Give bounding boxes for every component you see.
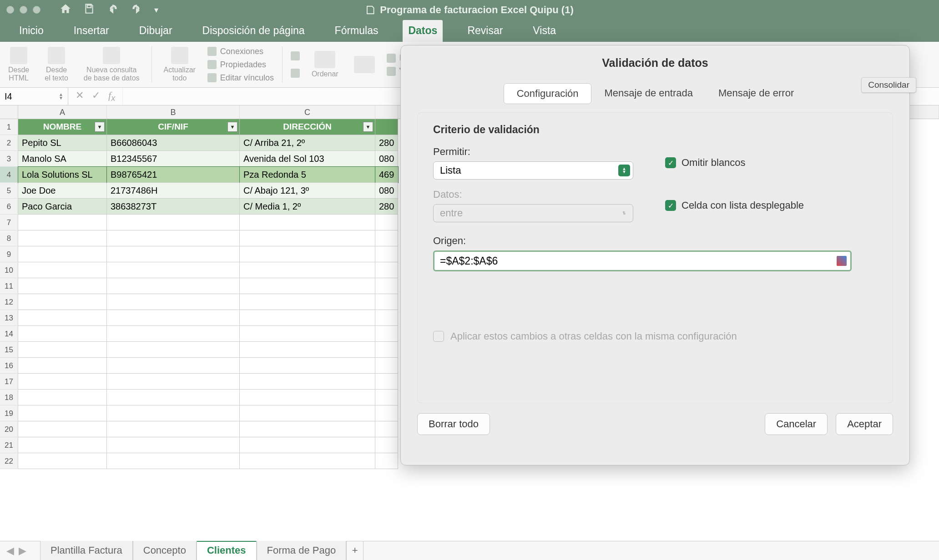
cell[interactable]: Manolo SA [18,151,107,167]
name-box[interactable]: I4 ▲▼ [0,88,68,105]
origen-input[interactable]: =$A$2:$A$6 [433,250,852,271]
sheet-tab-concepto[interactable]: Concepto [133,541,197,560]
cancelar-button[interactable]: Cancelar [765,413,828,435]
cell[interactable]: 080 [375,183,398,199]
btn-filter[interactable] [350,56,379,73]
btn-nueva-consulta[interactable]: Nueva consulta de base de datos [80,47,143,82]
cell[interactable]: Pepito SL [18,135,107,151]
row-header-19[interactable]: 19 [0,405,18,421]
omitir-blancos-checkbox[interactable]: ✓ Omitir blancos [665,157,877,169]
sort-asc-icon[interactable] [291,51,300,60]
col-header-b[interactable]: B [107,105,240,119]
row-header-22[interactable]: 22 [0,453,18,469]
row-header-12[interactable]: 12 [0,294,18,310]
cell[interactable]: 280 [375,135,398,151]
undo-icon[interactable] [107,3,119,17]
qat-dropdown-icon[interactable]: ▾ [154,5,158,15]
cell[interactable]: 21737486H [107,183,240,199]
save-icon[interactable] [83,3,95,17]
cell[interactable]: C/ Abajo 121, 3º [240,183,375,199]
sort-desc-icon[interactable] [291,69,300,78]
sheet-tab-clientes[interactable]: Clientes [197,541,257,560]
tab-disposicion[interactable]: Disposición de página [197,20,310,42]
fx-icon[interactable]: fx [108,90,115,103]
sheet-tab-forma-de-pago[interactable]: Forma de Pago [257,541,347,560]
tab-vista[interactable]: Vista [527,20,561,42]
row-header-17[interactable]: 17 [0,374,18,390]
row-header-13[interactable]: 13 [0,310,18,326]
redo-icon[interactable] [131,3,142,17]
btn-desde-texto[interactable]: Desde el texto [41,47,72,82]
btn-ordenar[interactable]: Ordenar [308,51,342,78]
tab-insertar[interactable]: Insertar [68,20,115,42]
home-icon[interactable] [60,3,71,17]
btn-conexiones[interactable]: Conexiones [207,47,274,56]
range-selector-icon[interactable] [837,256,847,266]
row-header-1[interactable]: 1 [0,119,18,135]
col-header-a[interactable]: A [18,105,107,119]
tab-inicio[interactable]: Inicio [14,20,49,42]
dialog-tab-mensaje-error[interactable]: Mensaje de error [706,83,807,104]
tab-dibujar[interactable]: Dibujar [134,20,178,42]
cell[interactable]: 280 [375,199,398,215]
btn-editar-vinculos[interactable]: Editar vínculos [207,73,274,83]
sheet-nav-prev-icon[interactable]: ◀ [6,545,14,557]
celda-lista-checkbox[interactable]: ✓ Celda con lista desplegable [665,200,877,211]
btn-desde-html[interactable]: Desde HTML [5,47,33,82]
row-header-16[interactable]: 16 [0,358,18,374]
row-header-18[interactable]: 18 [0,390,18,405]
dialog-tab-mensaje-entrada[interactable]: Mensaje de entrada [591,83,705,104]
cell[interactable]: Paco Garcia [18,199,107,215]
cell[interactable]: B66086043 [107,135,240,151]
cell[interactable]: B98765421 [107,167,240,183]
tab-revisar[interactable]: Revisar [462,20,508,42]
maximize-window-btn[interactable] [33,6,40,14]
filter-direccion[interactable]: ▼ [363,122,373,132]
cell[interactable]: C/ Media 1, 2º [240,199,375,215]
row-header-3[interactable]: 3 [0,151,18,167]
select-all-cell[interactable] [0,105,18,119]
row-header-15[interactable]: 15 [0,342,18,358]
row-header-11[interactable]: 11 [0,278,18,294]
tab-datos[interactable]: Datos [403,20,443,42]
filter-cif[interactable]: ▼ [227,122,237,132]
sheet-tab-plantilla-factura[interactable]: Plantilla Factura [40,541,133,560]
cell[interactable]: 469 [375,167,398,183]
col-header-d[interactable] [375,105,398,119]
btn-actualizar-todo[interactable]: Actualizar todo [160,47,199,82]
col-header-c[interactable]: C [240,105,375,119]
row-header-8[interactable]: 8 [0,230,18,246]
dialog-tab-config[interactable]: Configuración [504,83,592,104]
row-header-21[interactable]: 21 [0,437,18,453]
row-header-2[interactable]: 2 [0,135,18,151]
cell[interactable]: Lola Solutions SL [18,167,107,183]
tab-formulas[interactable]: Fórmulas [329,20,384,42]
add-sheet-button[interactable]: + [346,541,363,560]
cell[interactable]: Avenida del Sol 103 [240,151,375,167]
cell[interactable]: Pza Redonda 5 [240,167,375,183]
cell[interactable]: 080 [375,151,398,167]
btn-propiedades[interactable]: Propiedades [207,60,274,70]
row-header-20[interactable]: 20 [0,421,18,437]
cell[interactable]: 38638273T [107,199,240,215]
cell[interactable]: B12345567 [107,151,240,167]
borrar-todo-button[interactable]: Borrar todo [417,413,490,435]
row-header-4[interactable]: 4 [0,167,18,183]
row-header-6[interactable]: 6 [0,199,18,215]
cell[interactable]: C/ Arriba 21, 2º [240,135,375,151]
permitir-select[interactable]: Lista ▲▼ [433,161,633,180]
check-icon: ✓ [665,200,676,211]
row-header-5[interactable]: 5 [0,183,18,199]
accept-formula-icon[interactable]: ✓ [92,90,100,103]
close-window-btn[interactable] [6,6,14,14]
row-header-9[interactable]: 9 [0,246,18,262]
cell[interactable]: Joe Doe [18,183,107,199]
minimize-window-btn[interactable] [20,6,27,14]
cancel-formula-icon[interactable]: ✕ [76,90,84,103]
sheet-nav-next-icon[interactable]: ▶ [19,545,26,557]
aceptar-button[interactable]: Aceptar [836,413,893,435]
row-header-10[interactable]: 10 [0,262,18,278]
filter-nombre[interactable]: ▼ [95,122,105,132]
row-header-14[interactable]: 14 [0,326,18,342]
row-header-7[interactable]: 7 [0,215,18,230]
